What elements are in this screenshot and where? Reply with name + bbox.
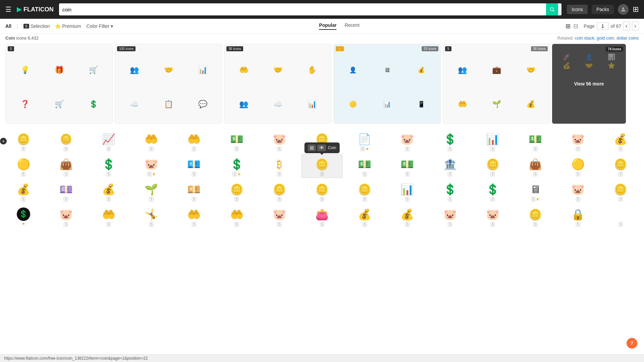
filter-color[interactable]: Color Filter ▾ (86, 23, 113, 29)
pack-card-2[interactable]: 100 Icons 👥 🤝 📊 ☁️ 📋 💬 (115, 44, 222, 124)
icon-cell[interactable]: 💰 S (88, 179, 129, 203)
icon-tag: S (320, 222, 324, 227)
icon-cell[interactable]: 💴 S (173, 179, 215, 203)
icon-cell[interactable]: ₿ S (259, 154, 300, 178)
icon-cell[interactable]: 🐷 S (259, 129, 300, 153)
icon-cell[interactable]: 🖥 S ♛ (515, 179, 556, 203)
filter-all[interactable]: All (5, 23, 11, 29)
icon-cell-hovered[interactable]: ⊞ 👁 Coin 🪙 S (301, 154, 342, 178)
icon-cell[interactable]: 👜 S (515, 154, 556, 178)
pack-card-4[interactable]: 👑 25 Icons 👤 🖥 💰 🟡 📊 📱 (333, 44, 441, 124)
tooltip-eye-button[interactable]: 👁 (317, 144, 326, 151)
icon-cell[interactable]: 📈 S (88, 129, 129, 153)
icon-cell[interactable]: 💶 S (173, 154, 215, 178)
icon-cell[interactable]: 🐷 S (429, 204, 471, 228)
icon-cell[interactable]: 🏦 S (429, 154, 471, 178)
icon-cell[interactable]: 🐷 S ♛ (131, 154, 172, 178)
user-icon (620, 6, 626, 12)
filter-premium[interactable]: ⭐ Premium (55, 23, 81, 29)
icon-cell[interactable]: 💵 S (387, 154, 428, 178)
icon-cell[interactable]: 🤲 S (173, 204, 215, 228)
search-input[interactable] (62, 7, 546, 12)
sort-popular[interactable]: Popular (319, 22, 336, 30)
menu-icon[interactable]: ☰ (5, 5, 11, 13)
icon-cell[interactable]: 🤲 S (216, 204, 257, 228)
pack-card-5[interactable]: S 36 Icons 👥 💼 🤝 🤲 🌱 💰 (443, 44, 550, 124)
related-link-1[interactable]: coin stack (575, 36, 594, 41)
icon-cell[interactable]: 🤲 S (173, 129, 215, 153)
icon-cell[interactable]: 🐷 S (472, 204, 513, 228)
icon-cell[interactable]: 🐷 S (387, 129, 428, 153)
icon-tag: S (448, 197, 452, 201)
next-page-button[interactable]: › (632, 21, 639, 31)
icon-image: 🌱 (145, 182, 158, 196)
filter-bar: All | S Selection ⭐ Premium Color Filter… (0, 19, 644, 34)
icon-cell[interactable]: 💷 S (45, 179, 87, 203)
logo-text: FLATICON (23, 6, 54, 13)
icon-cell[interactable]: 👛 S (301, 204, 342, 228)
related-link-3[interactable]: dollar coins (616, 36, 639, 41)
icon-cell[interactable]: 🤲 S (88, 204, 129, 228)
icon-tag: S (576, 147, 580, 151)
icon-cell[interactable]: 📊 S (472, 129, 513, 153)
icon-cell[interactable]: 💲 S (88, 154, 129, 178)
icon-cell[interactable]: 💵 S (515, 129, 556, 153)
sort-recent[interactable]: Recent (344, 22, 359, 30)
icon-cell[interactable]: 🔒 S (557, 204, 599, 228)
packs-button[interactable]: Packs (592, 5, 614, 14)
icon-cell[interactable]: 🌱 S (131, 179, 172, 203)
icon-cell[interactable]: S (600, 204, 641, 228)
icon-cell[interactable]: 🐷 S (259, 204, 300, 228)
filter-selection[interactable]: S Selection (23, 23, 50, 29)
icon-cell[interactable]: 💲 S (429, 179, 471, 203)
icon-cell[interactable]: 🤸 S (131, 204, 172, 228)
grid-view-small[interactable]: ⊟ (573, 22, 578, 30)
icon-cell[interactable]: 🐷 S (557, 129, 599, 153)
icon-cell[interactable]: 💲 ★ (3, 204, 44, 228)
icon-cell[interactable]: 💲 S (472, 179, 513, 203)
icon-cell[interactable]: 🟡 S (557, 154, 599, 178)
icon-cell[interactable]: 🪙 S (600, 179, 641, 203)
icon-cell[interactable]: 👜 S (45, 154, 87, 178)
icon-cell[interactable]: 💰 S (3, 179, 44, 203)
icon-cell[interactable]: 💲 S (429, 129, 471, 153)
icon-cell[interactable]: 🪙 S (3, 129, 44, 153)
icon-cell[interactable]: 🪙 S (472, 154, 513, 178)
icon-cell[interactable]: 🪙 S (259, 179, 300, 203)
pack-card-1[interactable]: S 💡 🎁 🛒 ❓ 🛒 💲 (5, 44, 113, 124)
icon-cell[interactable]: 🪙 S (344, 179, 385, 203)
icon-cell[interactable]: 💰 S (387, 204, 428, 228)
icon-cell[interactable]: 📄 S ★ (344, 129, 385, 153)
logo[interactable]: ▶ FLATICON (17, 6, 54, 13)
grid-toggle-icon[interactable]: ⊞ (633, 5, 639, 14)
icon-cell[interactable]: 🪙 S (301, 179, 342, 203)
icon-cell[interactable]: 💵 S (216, 129, 257, 153)
icon-cell[interactable]: 💲 S ♛ (216, 154, 257, 178)
icon-cell[interactable]: 🪙 S (45, 129, 87, 153)
pack-card-3[interactable]: 36 Icons 🤲 🤝 ✋ 👥 ☁️ 📊 (224, 44, 331, 124)
pack-icons-grid-3: 🤲 🤝 ✋ 👥 ☁️ 📊 (227, 54, 328, 121)
user-avatar[interactable] (618, 4, 629, 15)
icon-cell[interactable]: 💵 S (344, 154, 385, 178)
icons-button[interactable]: Icons (567, 5, 587, 14)
related-link-2[interactable]: gold coin (597, 36, 614, 41)
icon-tag: S (234, 197, 239, 201)
add-button[interactable]: + (0, 138, 7, 144)
view-more-card[interactable]: 74 Icons 🚀 👤 📊 💰 🤝 ⭐ View 56 more (552, 44, 626, 124)
icon-cell[interactable]: 🐷 S (45, 204, 87, 228)
icon-cell[interactable]: 💰 S (600, 129, 641, 153)
icon-cell[interactable]: 🤲 S (131, 129, 172, 153)
icon-image: 💰 (17, 182, 30, 196)
icon-cell[interactable]: 🪙 S (600, 154, 641, 178)
icon-cell[interactable]: 🪙 S (216, 179, 257, 203)
icon-cell[interactable]: 🟡 S (3, 154, 44, 178)
icon-cell[interactable]: 🐷 S (557, 179, 599, 203)
icon-cell[interactable]: 🪙 S (515, 204, 556, 228)
icon-cell[interactable]: 💰 S (344, 204, 385, 228)
page-input[interactable] (597, 22, 609, 30)
search-button[interactable] (546, 3, 558, 15)
icon-cell[interactable]: 📊 S (387, 179, 428, 203)
grid-view-large[interactable]: ⊞ (566, 22, 571, 30)
tooltip-grid-button[interactable]: ⊞ (308, 144, 316, 151)
prev-page-button[interactable]: ‹ (623, 21, 630, 31)
